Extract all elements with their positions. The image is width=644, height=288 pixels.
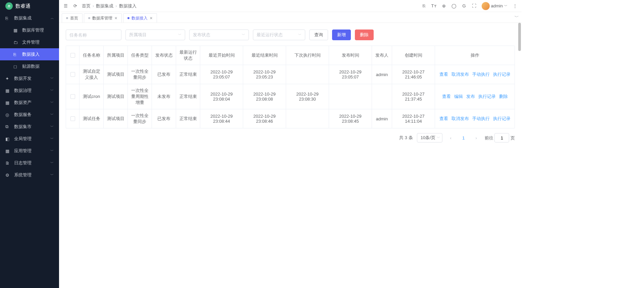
row-action[interactable]: 编辑: [454, 94, 463, 100]
chevron-down-icon: ﹀: [50, 149, 54, 153]
sidebar-menu: ⎘数据集成﹀▦数据库管理🗀文件管理⎘数据接入◻贴源数据✦数据开发﹀▦数据治理﹀▦…: [0, 12, 59, 288]
row-action[interactable]: 发布: [466, 94, 475, 100]
chevron-down-icon: ﹀: [50, 100, 54, 105]
query-button[interactable]: 查询: [309, 30, 328, 40]
row-action[interactable]: 查看: [439, 71, 448, 77]
tab-label: 数据库管理: [92, 15, 112, 21]
sidebar-item[interactable]: 🗎日志管理﹀: [0, 157, 59, 169]
close-icon[interactable]: ✕: [150, 16, 153, 20]
more-icon[interactable]: ⋮: [512, 3, 518, 9]
logo[interactable]: n 数睿通: [0, 0, 59, 12]
cell-pub-time: 2022-10-29 23:05:07: [329, 65, 372, 84]
sidebar-item[interactable]: ✦数据开发﹀: [0, 72, 59, 84]
fullscreen-icon[interactable]: ⛶: [472, 3, 477, 9]
tabs-dropdown-icon[interactable]: ﹀: [515, 14, 519, 20]
pagination-total: 共 3 条: [399, 135, 413, 141]
cell-run-status: 正常结束: [176, 65, 200, 84]
cell-project: 测试项目: [104, 65, 128, 84]
breadcrumb-item[interactable]: 首页: [82, 3, 91, 9]
row-checkbox[interactable]: [70, 72, 75, 77]
chevron-down-icon: ﹀: [50, 173, 54, 177]
chevron-down-icon: ﹀: [50, 161, 54, 165]
prev-page-button[interactable]: ‹: [446, 133, 455, 142]
row-action[interactable]: 执行记录: [478, 94, 496, 100]
close-icon[interactable]: ✕: [114, 16, 117, 20]
row-action[interactable]: 手动执行: [472, 116, 490, 122]
font-size-icon[interactable]: Tᴛ: [431, 3, 437, 9]
run-status-select[interactable]: 最近运行状态﹀: [253, 30, 305, 40]
sidebar-item-label: 数据接入: [22, 51, 40, 57]
row-checkbox[interactable]: [70, 116, 75, 121]
cell-run-status: 正常结束: [176, 109, 200, 128]
avatar: [482, 2, 490, 10]
sidebar-subitem[interactable]: ◻贴源数据: [0, 60, 59, 72]
menu-icon: ✦: [5, 76, 11, 81]
menu-icon: ⚙: [5, 173, 11, 178]
col-ops: 操作: [435, 46, 515, 65]
sidebar-item[interactable]: ◧全局管理﹀: [0, 133, 59, 145]
row-action[interactable]: 查看: [439, 116, 448, 122]
sidebar-item[interactable]: ▦数据治理﹀: [0, 84, 59, 97]
cell-type: 一次性全量周期性增量: [128, 84, 152, 109]
tab[interactable]: 首页: [62, 13, 83, 22]
row-action[interactable]: 取消发布: [451, 116, 469, 122]
menu-icon: ⎘: [5, 16, 11, 21]
row-action[interactable]: 执行记录: [493, 116, 511, 122]
globe-icon[interactable]: ⊕: [441, 3, 447, 9]
page-number[interactable]: 1: [459, 133, 468, 142]
tab-dot-icon: [127, 17, 129, 19]
col-type: 任务类型: [128, 46, 152, 65]
cell-type: 一次性全量同步: [128, 109, 152, 128]
tab[interactable]: 数据库管理✕: [84, 13, 122, 22]
task-name-input[interactable]: [66, 30, 121, 40]
menu-icon: ▦: [5, 149, 11, 154]
tab[interactable]: 数据接入✕: [123, 13, 157, 22]
breadcrumb-separator: ›: [93, 3, 94, 8]
goto-page-input[interactable]: [494, 133, 509, 142]
row-action[interactable]: 执行记录: [493, 71, 511, 77]
sidebar-item[interactable]: ⎘数据集成﹀: [0, 12, 59, 24]
chevron-down-icon: ﹀: [50, 124, 54, 129]
chevron-down-icon: ﹀: [242, 33, 245, 37]
delete-button[interactable]: 删除: [355, 30, 374, 40]
row-action[interactable]: 手动执行: [472, 71, 490, 77]
menu-icon: ⎘: [13, 52, 19, 57]
breadcrumb-item[interactable]: 数据集成: [96, 3, 113, 9]
cell-pub-user: [372, 84, 392, 109]
col-end: 最近结束时间: [243, 46, 286, 65]
scrollbar-thumb[interactable]: [518, 23, 521, 51]
col-project: 所属项目: [104, 46, 128, 65]
row-action[interactable]: 查看: [442, 94, 451, 100]
sidebar-item[interactable]: ◎数据服务﹀: [0, 109, 59, 121]
row-action[interactable]: 删除: [499, 94, 508, 100]
sidebar-subitem[interactable]: 🗀文件管理: [0, 36, 59, 48]
select-all-checkbox[interactable]: [70, 53, 75, 58]
sidebar-item[interactable]: ▦应用管理﹀: [0, 145, 59, 157]
tab-dot-icon: [88, 17, 90, 19]
next-page-button[interactable]: ›: [472, 133, 481, 142]
code-icon[interactable]: ⎘: [421, 3, 427, 9]
col-pub-status: 发布状态: [152, 46, 176, 65]
gitee-icon[interactable]: G: [462, 3, 467, 9]
sidebar-subitem[interactable]: ⎘数据接入: [0, 48, 59, 60]
sidebar-item[interactable]: ⧉数据集市﹀: [0, 121, 59, 133]
breadcrumb: 首页›数据集成›数据接入: [82, 3, 137, 9]
github-icon[interactable]: ◯: [451, 3, 457, 9]
sidebar-item[interactable]: ▦数据资产﹀: [0, 97, 59, 109]
sidebar-subitem[interactable]: ▦数据库管理: [0, 24, 59, 36]
sidebar-item[interactable]: ⚙系统管理﹀: [0, 169, 59, 181]
cell-project: 测试项目: [104, 84, 128, 109]
project-select[interactable]: 所属项目﹀: [125, 30, 185, 40]
cell-pub-user: admin: [372, 109, 392, 128]
user-menu[interactable]: admin ﹀: [482, 2, 507, 10]
sidebar: n 数睿通 ⎘数据集成﹀▦数据库管理🗀文件管理⎘数据接入◻贴源数据✦数据开发﹀▦…: [0, 0, 59, 288]
row-action[interactable]: 取消发布: [451, 71, 469, 77]
refresh-icon[interactable]: ⟳: [72, 3, 78, 9]
row-checkbox[interactable]: [70, 94, 75, 99]
menu-icon: ◧: [5, 136, 11, 141]
collapse-icon[interactable]: ☰: [63, 3, 68, 9]
task-table: 任务名称 所属项目 任务类型 发布状态 最新运行状态 最近开始时间 最近结束时间…: [66, 46, 515, 128]
page-size-select[interactable]: 10条/页﹀: [417, 133, 442, 142]
add-button[interactable]: 新增: [332, 30, 351, 40]
publish-status-select[interactable]: 发布状态﹀: [189, 30, 249, 40]
